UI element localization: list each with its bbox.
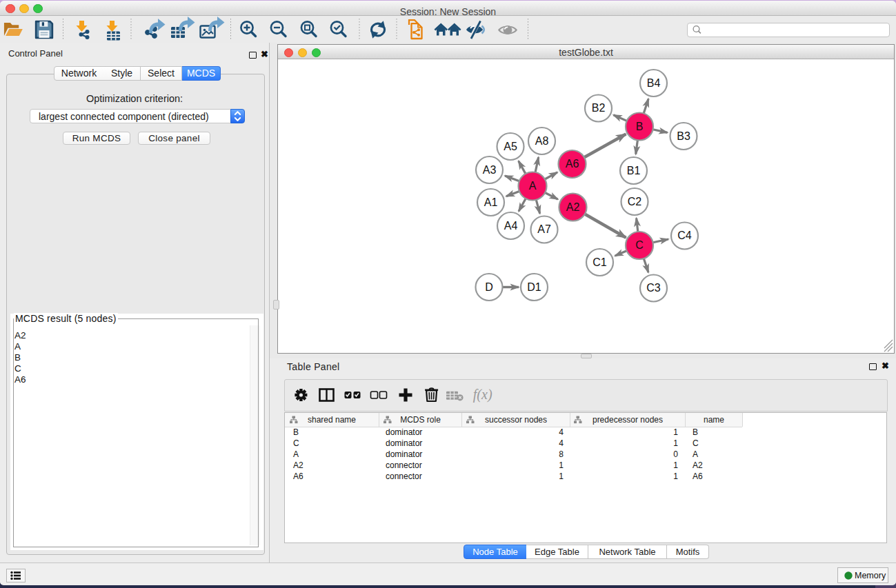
svg-text:A: A [529, 180, 537, 192]
svg-text:A6: A6 [566, 158, 579, 170]
svg-text:C3: C3 [646, 282, 661, 294]
svg-text:A4: A4 [504, 220, 518, 232]
svg-text:B4: B4 [647, 77, 661, 89]
svg-text:C: C [635, 239, 644, 251]
svg-text:f(x): f(x) [473, 387, 492, 403]
svg-text:B3: B3 [677, 130, 690, 142]
svg-text:A8: A8 [535, 135, 549, 147]
svg-text:D1: D1 [527, 281, 541, 293]
svg-text:C1: C1 [593, 256, 607, 268]
svg-text:B1: B1 [627, 165, 641, 176]
svg-text:C4: C4 [677, 230, 692, 241]
svg-text:A7: A7 [537, 223, 551, 235]
svg-text:A2: A2 [566, 201, 580, 213]
svg-text:C2: C2 [628, 196, 642, 207]
svg-text:A1: A1 [484, 196, 498, 208]
svg-text:B2: B2 [592, 102, 606, 114]
svg-text:D: D [485, 281, 493, 293]
svg-text:B: B [636, 121, 644, 132]
svg-text:A5: A5 [504, 141, 517, 152]
svg-text:A3: A3 [483, 164, 497, 176]
